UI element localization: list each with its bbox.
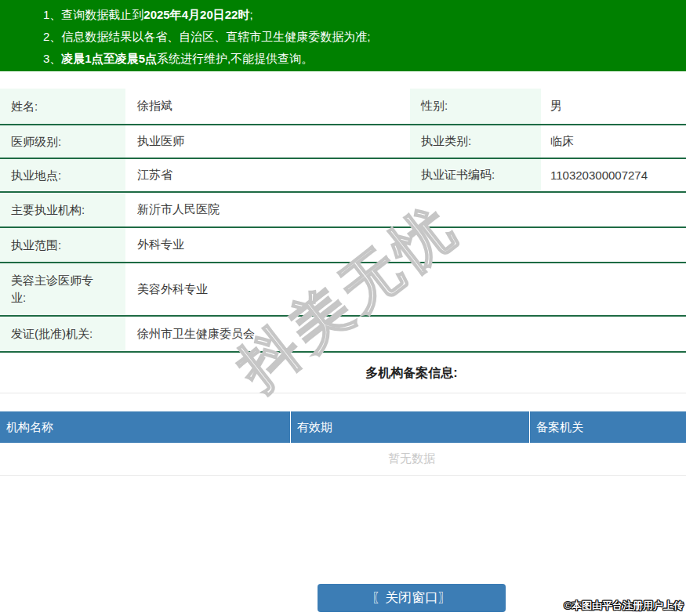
doctor-level-value: 执业医师	[125, 134, 410, 149]
column-header-validity-period: 有效期	[291, 411, 530, 443]
notice-line-1: 1、查询数据截止到2025年4月20日22时;	[43, 4, 678, 26]
main-institution-value: 新沂市人民医院	[125, 202, 686, 217]
practice-category-value: 临床	[541, 134, 686, 149]
table-row: 姓名: 徐指斌 性别: 男	[0, 89, 686, 125]
multi-institution-filing-title: 多机构备案信息:	[137, 353, 686, 393]
cosmetic-specialty-label: 美容主诊医师专业:	[0, 263, 125, 315]
gender-value: 男	[541, 99, 686, 114]
notice-line-3-bold: 凌晨1点至凌晨5点	[61, 52, 157, 65]
notice-line-3: 3、凌晨1点至凌晨5点系统进行维护,不能提供查询。	[43, 48, 678, 70]
cosmetic-specialty-value: 美容外科专业	[125, 282, 686, 297]
table-row: 发证(批准)机关: 徐州市卫生健康委员会	[0, 317, 686, 353]
practitioner-info-table: 姓名: 徐指斌 性别: 男 医师级别: 执业医师 执业类别: 临床 执业地点: …	[0, 89, 686, 353]
notice-banner: 1、查询数据截止到2025年4月20日22时; 2、信息数据结果以各省、自治区、…	[0, 0, 686, 71]
no-data-text: 暂无数据	[137, 451, 686, 466]
issuing-authority-value: 徐州市卫生健康委员会	[125, 327, 686, 342]
name-value: 徐指斌	[125, 99, 410, 114]
column-header-filing-authority: 备案机关	[530, 411, 686, 443]
notice-line-2: 2、信息数据结果以各省、自治区、直辖市卫生健康委数据为准;	[43, 26, 678, 48]
practice-location-label: 执业地点:	[0, 159, 125, 191]
table-row: 医师级别: 执业医师 执业类别: 临床	[0, 125, 686, 159]
table-row: 执业地点: 江苏省 执业证书编码: 110320300007274	[0, 159, 686, 193]
main-institution-label: 主要执业机构:	[0, 193, 125, 226]
table-row: 美容主诊医师专业: 美容外科专业	[0, 263, 686, 317]
practice-scope-label: 执业范围:	[0, 228, 125, 262]
section-divider	[0, 393, 686, 393]
notice-line-1-bold: 2025年4月20日22时	[143, 8, 249, 21]
table-row: 执业范围: 外科专业	[0, 228, 686, 263]
table-row: 主要执业机构: 新沂市人民医院	[0, 193, 686, 228]
column-header-institution-name: 机构名称	[0, 411, 291, 443]
name-label: 姓名:	[0, 89, 125, 124]
filing-empty-row: 暂无数据	[0, 443, 686, 476]
credit-watermark: ©本图由平台注册用户上传	[564, 599, 684, 613]
issuing-authority-label: 发证(批准)机关:	[0, 317, 125, 351]
practice-scope-value: 外科专业	[125, 237, 686, 252]
practice-location-value: 江苏省	[125, 168, 410, 183]
gender-label: 性别:	[410, 89, 541, 124]
close-window-button[interactable]: 〖关闭窗口〗	[318, 584, 506, 612]
doctor-level-label: 医师级别:	[0, 125, 125, 158]
certificate-number-value: 110320300007274	[541, 168, 686, 182]
practice-category-label: 执业类别:	[410, 125, 541, 158]
filing-table-header: 机构名称 有效期 备案机关	[0, 411, 686, 443]
certificate-number-label: 执业证书编码:	[410, 159, 541, 191]
